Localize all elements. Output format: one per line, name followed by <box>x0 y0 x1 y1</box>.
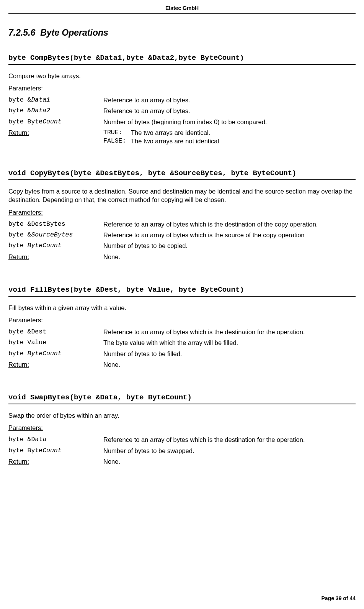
return-label-cell: Return: <box>8 127 103 147</box>
param-desc: Reference to an array of bytes which is … <box>103 230 356 240</box>
param-desc: Number of bytes (beginning from index 0)… <box>103 117 356 127</box>
param-prefix: byte <box>8 339 28 346</box>
table-row: byte ValueThe byte value with which the … <box>8 337 356 348</box>
param-name: byte ByteCount <box>8 348 103 359</box>
param-identifier: Value <box>28 339 47 346</box>
param-name: byte &Data2 <box>8 105 103 116</box>
param-identifier: Dest <box>31 328 46 335</box>
return-label: Return: <box>8 253 29 260</box>
param-prefix: byte & <box>8 107 31 114</box>
return-desc: None. <box>103 251 356 263</box>
param-prefix: byte & <box>8 231 31 238</box>
parameters-table: byte &DataReference to an array of bytes… <box>8 434 356 468</box>
parameters-table: byte &DestReference to an array of bytes… <box>8 327 356 371</box>
param-identifier: DestBytes <box>31 220 65 228</box>
page-footer: Page 39 of 44 <box>8 593 356 602</box>
param-prefix: byte & <box>8 328 31 335</box>
parameters-label: Parameters: <box>8 424 356 432</box>
function-signature: void FillBytes(byte &Dest, byte Value, b… <box>8 285 356 297</box>
function-description: Swap the order of bytes within an array. <box>8 411 356 420</box>
function-signature: byte CompBytes(byte &Data1,byte &Data2,b… <box>8 53 356 65</box>
return-code: TRUE: <box>103 128 131 137</box>
table-row: byte &DataReference to an array of bytes… <box>8 434 356 445</box>
param-name: byte &Dest <box>8 327 103 337</box>
param-prefix: byte <box>8 242 28 249</box>
function-description: Fill bytes within a given array with a v… <box>8 304 356 312</box>
param-desc: The byte value with which the array will… <box>103 337 356 348</box>
return-subrow: TRUE:The two arrays are identical. <box>103 128 356 137</box>
param-prefix: byte Byte <box>8 118 42 125</box>
param-prefix: byte & <box>8 436 31 443</box>
table-row: Return:TRUE:The two arrays are identical… <box>8 127 356 147</box>
param-prefix: byte Byte <box>8 447 42 454</box>
param-identifier: ByteCount <box>28 350 62 357</box>
table-row: Return:None. <box>8 456 356 468</box>
return-code: FALSE: <box>103 137 131 145</box>
param-name: byte ByteCount <box>8 240 103 251</box>
section-number: 7.2.5.6 <box>8 28 35 38</box>
table-row: Return:None. <box>8 251 356 263</box>
table-row: byte &DestReference to an array of bytes… <box>8 327 356 337</box>
return-desc: None. <box>103 456 356 468</box>
function-block: byte CompBytes(byte &Data1,byte &Data2,b… <box>8 53 356 147</box>
return-desc: TRUE:The two arrays are identical.FALSE:… <box>103 127 356 147</box>
param-prefix: byte & <box>8 220 31 228</box>
param-desc: Reference to an array of bytes which is … <box>103 434 356 445</box>
param-name: byte ByteCount <box>8 117 103 127</box>
param-identifier: Count <box>42 118 62 125</box>
param-desc: Reference to an array of bytes which is … <box>103 327 356 337</box>
param-desc: Reference to an array of bytes which is … <box>103 219 356 230</box>
param-desc: Number of bytes to be copied. <box>103 240 356 251</box>
page-header: Elatec GmbH <box>8 0 356 14</box>
param-name: byte &SourceBytes <box>8 230 103 240</box>
table-row: byte &DestBytesReference to an array of … <box>8 219 356 230</box>
param-name: byte Value <box>8 337 103 348</box>
parameters-table: byte &DestBytesReference to an array of … <box>8 219 356 263</box>
return-text: The two arrays are identical. <box>131 128 210 137</box>
table-row: byte ByteCountNumber of bytes to be swap… <box>8 445 356 456</box>
function-block: void CopyBytes(byte &DestBytes, byte &So… <box>8 169 356 263</box>
function-block: void SwapBytes(byte &Data, byte ByteCoun… <box>8 393 356 468</box>
param-desc: Number of bytes to be swapped. <box>103 445 356 456</box>
return-text: The two arrays are not identical <box>131 137 219 145</box>
param-desc: Reference to an array of bytes. <box>103 95 356 105</box>
param-desc: Reference to an array of bytes. <box>103 105 356 116</box>
param-identifier: Data1 <box>31 96 50 103</box>
return-label-cell: Return: <box>8 456 103 468</box>
param-prefix: byte & <box>8 96 31 103</box>
param-identifier: ByteCount <box>28 242 62 249</box>
table-row: byte ByteCountNumber of bytes to be copi… <box>8 240 356 251</box>
table-row: byte ByteCountNumber of bytes (beginning… <box>8 117 356 127</box>
table-row: byte &Data1Reference to an array of byte… <box>8 95 356 105</box>
param-desc: Number of bytes to be filled. <box>103 348 356 359</box>
return-label: Return: <box>8 129 29 136</box>
param-identifier: Data2 <box>31 107 50 114</box>
section-name: Byte Operations <box>40 28 108 38</box>
param-name: byte &Data <box>8 434 103 445</box>
return-label: Return: <box>8 361 29 368</box>
function-description: Compare two byte arrays. <box>8 72 356 80</box>
return-label-cell: Return: <box>8 251 103 263</box>
section-title: 7.2.5.6 Byte Operations <box>8 27 356 39</box>
parameters-label: Parameters: <box>8 316 356 324</box>
param-prefix: byte <box>8 350 28 357</box>
function-signature: void SwapBytes(byte &Data, byte ByteCoun… <box>8 393 356 404</box>
param-identifier: Data <box>31 436 46 443</box>
function-signature: void CopyBytes(byte &DestBytes, byte &So… <box>8 169 356 180</box>
return-label: Return: <box>8 458 29 465</box>
function-description: Copy bytes from a source to a destinatio… <box>8 187 356 204</box>
parameters-table: byte &Data1Reference to an array of byte… <box>8 95 356 146</box>
table-row: byte &SourceBytesReference to an array o… <box>8 230 356 240</box>
parameters-label: Parameters: <box>8 84 356 92</box>
param-name: byte ByteCount <box>8 445 103 456</box>
param-name: byte &Data1 <box>8 95 103 105</box>
return-desc: None. <box>103 359 356 371</box>
param-identifier: Count <box>42 447 62 454</box>
parameters-label: Parameters: <box>8 208 356 217</box>
return-subrow: FALSE:The two arrays are not identical <box>103 137 356 145</box>
table-row: byte ByteCountNumber of bytes to be fill… <box>8 348 356 359</box>
param-identifier: SourceBytes <box>31 231 73 238</box>
function-block: void FillBytes(byte &Dest, byte Value, b… <box>8 285 356 371</box>
table-row: byte &Data2Reference to an array of byte… <box>8 105 356 116</box>
param-name: byte &DestBytes <box>8 219 103 230</box>
